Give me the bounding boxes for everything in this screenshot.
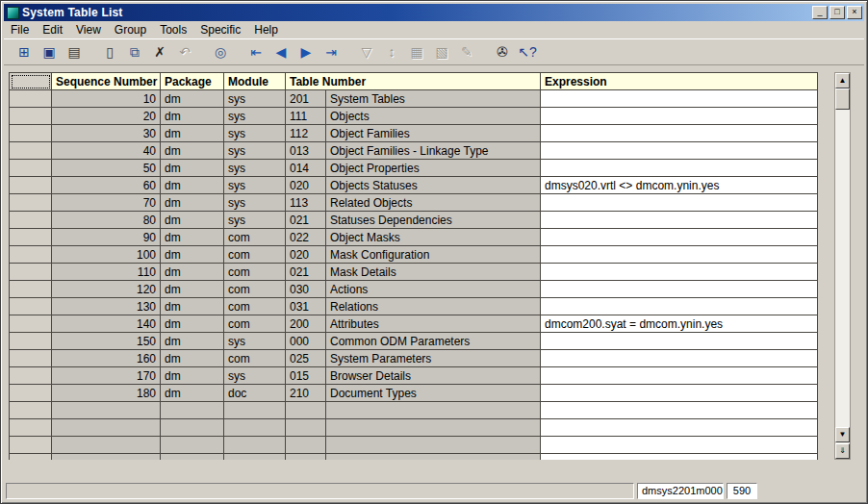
cell-package[interactable]: dm (161, 125, 224, 142)
cell-table-number[interactable]: 025 (286, 350, 326, 367)
cell-module[interactable]: sys (224, 90, 286, 108)
cell-sequence-number[interactable]: 100 (52, 246, 161, 264)
cell-expression[interactable] (541, 437, 818, 454)
cell-table-number[interactable]: 013 (286, 142, 326, 160)
row-selector[interactable] (10, 402, 52, 419)
cell-package[interactable]: dm (161, 281, 224, 298)
attachment-icon[interactable]: ✇ (490, 40, 515, 63)
cell-module[interactable] (224, 454, 286, 461)
scrollbar-thumb[interactable] (835, 88, 850, 110)
cell-expression[interactable] (541, 264, 818, 281)
cell-table-name[interactable]: Object Families (326, 125, 541, 142)
cell-sequence-number[interactable]: 60 (52, 177, 161, 194)
cell-module[interactable]: com (224, 229, 286, 246)
print-icon[interactable]: ▤ (62, 40, 87, 63)
row-selector[interactable] (10, 350, 52, 367)
cell-package[interactable]: dm (161, 385, 224, 402)
cell-table-number[interactable]: 200 (286, 315, 326, 333)
cell-table-number[interactable]: 020 (286, 177, 326, 194)
first-record-icon[interactable]: ⇤ (243, 40, 268, 63)
cell-expression[interactable] (541, 367, 818, 385)
cell-sequence-number[interactable]: 160 (52, 350, 161, 367)
cell-expression[interactable]: dmcom200.syat = dmcom.ynin.yes (541, 315, 818, 333)
cell-package[interactable]: dm (161, 298, 224, 315)
cell-table-number[interactable]: 021 (286, 264, 326, 281)
row-selector[interactable] (10, 437, 52, 454)
cell-expression[interactable] (541, 298, 818, 315)
cell-table-name[interactable] (326, 437, 541, 454)
row-selector[interactable] (10, 385, 52, 402)
cell-sequence-number[interactable]: 110 (52, 264, 161, 281)
cell-table-number[interactable]: 112 (286, 125, 326, 142)
cell-table-name[interactable]: Mask Configuration (326, 246, 541, 264)
cell-table-number[interactable]: 030 (286, 281, 326, 298)
cell-module[interactable]: com (224, 350, 286, 367)
menu-view[interactable]: View (69, 21, 108, 38)
cell-table-name[interactable]: Statuses Dependencies (326, 212, 541, 229)
cell-package[interactable] (161, 402, 224, 419)
cell-package[interactable]: dm (161, 90, 224, 108)
cell-expression[interactable] (541, 142, 818, 160)
cell-module[interactable] (224, 402, 286, 419)
cell-module[interactable] (224, 437, 286, 454)
cell-table-name[interactable]: Object Families - Linkage Type (326, 142, 541, 160)
cell-package[interactable]: dm (161, 367, 224, 385)
cell-sequence-number[interactable]: 180 (52, 385, 161, 402)
cell-table-number[interactable] (286, 419, 326, 437)
cell-package[interactable]: dm (161, 229, 224, 246)
cell-sequence-number[interactable]: 140 (52, 315, 161, 333)
cell-expression[interactable]: dmsys020.vrtl <> dmcom.ynin.yes (541, 177, 818, 194)
cell-expression[interactable] (541, 281, 818, 298)
close-button[interactable]: × (847, 6, 862, 19)
cell-table-number[interactable]: 113 (286, 194, 326, 212)
row-selector[interactable] (10, 454, 52, 461)
cell-expression[interactable] (541, 212, 818, 229)
row-selector[interactable] (10, 315, 52, 333)
cell-expression[interactable] (541, 108, 818, 125)
cell-table-name[interactable]: Document Types (326, 385, 541, 402)
col-header-module[interactable]: Module (224, 73, 286, 90)
cell-module[interactable] (224, 419, 286, 437)
cell-table-name[interactable] (326, 402, 541, 419)
cell-sequence-number[interactable]: 170 (52, 367, 161, 385)
cell-module[interactable]: com (224, 246, 286, 264)
row-selector[interactable] (10, 298, 52, 315)
cell-table-number[interactable] (286, 402, 326, 419)
last-record-icon[interactable]: ⇥ (319, 40, 344, 63)
cell-table-number[interactable]: 031 (286, 298, 326, 315)
cell-table-number[interactable]: 201 (286, 90, 326, 108)
cell-table-name[interactable]: Object Properties (326, 160, 541, 177)
new-record-icon[interactable]: ▯ (97, 40, 122, 63)
zoom-icon[interactable]: ◎ (208, 40, 233, 63)
menu-help[interactable]: Help (247, 21, 285, 38)
cell-sequence-number[interactable]: 150 (52, 333, 161, 350)
cell-expression[interactable] (541, 402, 818, 419)
cell-table-name[interactable]: System Parameters (326, 350, 541, 367)
cell-table-name[interactable] (326, 419, 541, 437)
cell-expression[interactable] (541, 454, 818, 461)
cell-expression[interactable] (541, 160, 818, 177)
save-exit-icon[interactable]: ⊞ (12, 40, 37, 63)
cell-module[interactable]: sys (224, 367, 286, 385)
cell-table-name[interactable] (326, 454, 541, 461)
maximize-button[interactable]: □ (830, 6, 845, 19)
cell-sequence-number[interactable]: 10 (52, 90, 161, 108)
cell-module[interactable]: sys (224, 108, 286, 125)
cell-module[interactable]: sys (224, 212, 286, 229)
cell-package[interactable]: dm (161, 160, 224, 177)
cell-table-number[interactable]: 021 (286, 212, 326, 229)
scroll-to-end-icon[interactable]: ⇓ (835, 443, 850, 459)
cell-sequence-number[interactable] (52, 437, 161, 454)
cell-sequence-number[interactable]: 40 (52, 142, 161, 160)
cell-package[interactable]: dm (161, 177, 224, 194)
cell-package[interactable] (161, 437, 224, 454)
menu-specific[interactable]: Specific (193, 21, 247, 38)
row-selector[interactable] (10, 160, 52, 177)
cell-sequence-number[interactable] (52, 419, 161, 437)
cell-table-name[interactable]: Mask Details (326, 264, 541, 281)
col-header-expression[interactable]: Expression (541, 73, 818, 90)
cell-table-number[interactable]: 015 (286, 367, 326, 385)
cell-module[interactable]: com (224, 298, 286, 315)
cell-table-name[interactable]: Actions (326, 281, 541, 298)
cell-table-number[interactable] (286, 454, 326, 461)
